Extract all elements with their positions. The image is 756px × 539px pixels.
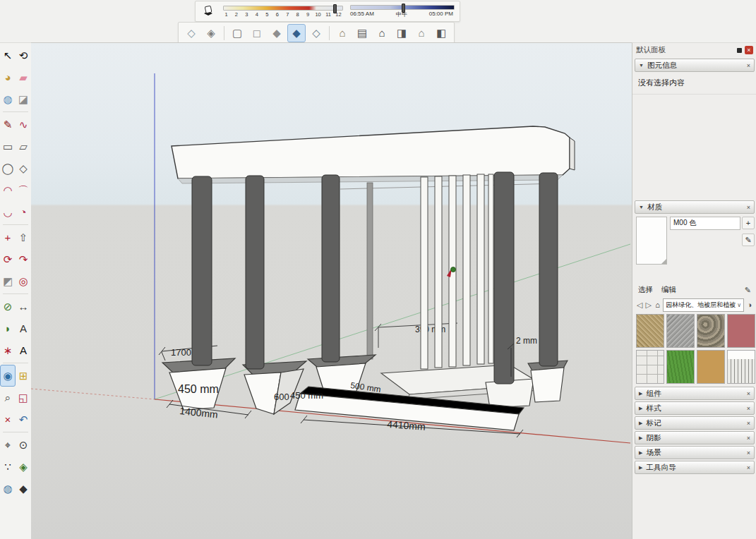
3d-text-tool[interactable]: A (16, 339, 31, 361)
section-scenes[interactable]: ▶场景× (635, 446, 755, 459)
foot-right[interactable] (528, 361, 568, 402)
look-around-tool[interactable]: ⊙ (16, 434, 31, 456)
section-instructor[interactable]: ▶工具向导× (635, 461, 755, 474)
back-arrow-icon[interactable]: ◁ (636, 299, 643, 310)
section-plane-tool[interactable]: ◈ (16, 456, 31, 478)
front-view-button[interactable]: ⌂ (373, 24, 391, 42)
eraser-tool[interactable]: ▰ (16, 66, 31, 88)
partial-tool-2-tool[interactable]: ◆ (16, 478, 31, 499)
material-name-field[interactable]: M00 色 (670, 217, 740, 230)
flip-along-tool[interactable]: ◪ (16, 88, 31, 110)
rectangle-tool[interactable]: ▭ (0, 135, 16, 157)
pin-icon[interactable] (737, 48, 742, 53)
back-view-button[interactable]: ⌂ (412, 24, 431, 42)
partial-tool-1-tool[interactable]: ◍ (0, 478, 16, 499)
iso-view-button[interactable]: ⌂ (333, 24, 352, 42)
section-shadows[interactable]: ▶阴影× (635, 431, 755, 444)
polygon-tool[interactable]: ◇ (16, 157, 31, 179)
create-material-button[interactable]: + (742, 217, 755, 229)
protractor-tool[interactable]: ◗ (0, 317, 16, 339)
section-shadows-close-icon[interactable]: × (747, 435, 750, 442)
freehand-tool[interactable]: ∿ (16, 114, 31, 135)
walk-tool[interactable]: ∵ (0, 456, 16, 478)
three-point-arc-tool[interactable]: ◡ (0, 201, 16, 223)
materials-header[interactable]: ▼ 材质 × (635, 200, 755, 214)
home-icon[interactable]: ⌂ (654, 299, 661, 310)
push-pull-tool[interactable]: ⇧ (16, 226, 31, 248)
two-point-arc-tool[interactable]: ⌒ (16, 179, 31, 201)
show-hide-shadows-button[interactable] (200, 4, 216, 19)
material-swatch-grass-green[interactable] (666, 350, 695, 384)
material-category-dropdown[interactable]: 园林绿化、地被层和植被 ∨ (663, 298, 744, 312)
sample-paint-button[interactable]: ✎ (742, 234, 755, 246)
arc-tool[interactable]: ◠ (0, 179, 16, 201)
material-preview[interactable] (636, 217, 667, 265)
position-camera-tool[interactable]: ⌖ (0, 434, 16, 456)
rotate-tool[interactable]: ⟳ (0, 248, 16, 270)
follow-me-tool[interactable]: ↷ (16, 248, 31, 270)
scale-tool[interactable]: ◩ (0, 270, 16, 292)
time-slider-track[interactable] (350, 5, 455, 10)
zoom-extents-tool[interactable]: × (0, 408, 16, 430)
section-styles[interactable]: ▶样式× (635, 401, 755, 415)
back-column[interactable] (367, 183, 373, 359)
top-view-button[interactable]: ▤ (353, 24, 371, 42)
previous-view-tool[interactable]: ↶ (16, 408, 31, 430)
material-swatch-pebbles[interactable] (697, 314, 725, 348)
back-edges-button[interactable]: ◈ (202, 24, 220, 42)
right-view-button[interactable]: ◨ (392, 24, 411, 42)
section-instructor-close-icon[interactable]: × (747, 464, 750, 471)
circle-tool[interactable]: ◯ (0, 157, 16, 179)
orbit-tool[interactable]: ◉ (0, 365, 16, 387)
rotated-rectangle-tool[interactable]: ▱ (16, 135, 31, 157)
section-tags[interactable]: ▶标记× (635, 416, 755, 430)
entity-info-close-icon[interactable]: × (747, 62, 750, 69)
time-slider-thumb[interactable] (402, 4, 405, 13)
text-tool[interactable]: A (16, 317, 31, 339)
lasso-tool[interactable]: ⟲ (16, 44, 31, 66)
date-slider-track[interactable] (223, 6, 343, 11)
zoom-window-tool[interactable]: ◱ (16, 387, 31, 408)
line-tool[interactable]: ✎ (0, 114, 16, 135)
axes-tool[interactable]: ∗ (0, 339, 16, 361)
section-components[interactable]: ▶组件× (635, 387, 755, 400)
offset-tool[interactable]: ◎ (16, 270, 31, 292)
select-tool[interactable]: ↖ (0, 44, 16, 66)
tab-edit[interactable]: 编辑 (661, 285, 676, 295)
move-tool[interactable]: + (0, 226, 16, 248)
details-icon[interactable]: ◑ (746, 299, 753, 310)
eyedropper-icon[interactable]: ✎ (745, 286, 751, 295)
wireframe-button[interactable]: ▢ (228, 24, 246, 42)
section-scenes-close-icon[interactable]: × (747, 449, 750, 456)
tray-close-icon[interactable]: × (745, 46, 753, 54)
zoom-tool[interactable]: ⌕ (0, 387, 16, 408)
pie-tool[interactable]: ◔ (16, 201, 31, 223)
tape-measure-tool[interactable]: ⊘ (0, 296, 16, 317)
left-view-button[interactable]: ◧ (432, 24, 450, 42)
shaded-with-textures-button[interactable]: ◆ (287, 24, 306, 42)
slat-fence[interactable] (421, 174, 493, 369)
dimension-tool[interactable]: ↔ (16, 296, 31, 317)
paint-bucket-tool[interactable]: ◕ (0, 66, 16, 88)
section-components-close-icon[interactable]: × (747, 390, 750, 397)
material-swatch-pavers-white[interactable] (636, 350, 664, 384)
model-canvas[interactable]: 1700 mm 390 mm (31, 43, 632, 539)
tab-select[interactable]: 选择 (638, 285, 653, 295)
x-ray-button[interactable]: ◇ (182, 24, 200, 42)
entity-info-header[interactable]: ▼ 图元信息 × (635, 59, 755, 72)
forward-arrow-icon[interactable]: ▷ (645, 299, 652, 310)
material-swatch-rose[interactable] (727, 314, 755, 348)
material-swatch-gravel-tan[interactable] (636, 314, 664, 348)
material-swatch-gravel-gray[interactable] (666, 314, 695, 348)
shadow-date-slider[interactable]: 123456789101112 (223, 6, 343, 18)
date-slider-thumb[interactable] (333, 4, 337, 13)
shaded-button[interactable]: ◆ (268, 24, 286, 42)
make-component-tool[interactable]: ◍ (0, 88, 16, 110)
section-tags-close-icon[interactable]: × (747, 420, 750, 427)
material-swatch-sand-ochre[interactable] (697, 350, 725, 384)
hidden-line-button[interactable]: ◻ (248, 24, 266, 42)
shadow-time-slider[interactable]: 06:55 AM 中午 05:00 PM (350, 5, 455, 18)
monochrome-button[interactable]: ◇ (307, 24, 325, 42)
section-styles-close-icon[interactable]: × (747, 405, 750, 412)
materials-close-icon[interactable]: × (747, 204, 750, 211)
